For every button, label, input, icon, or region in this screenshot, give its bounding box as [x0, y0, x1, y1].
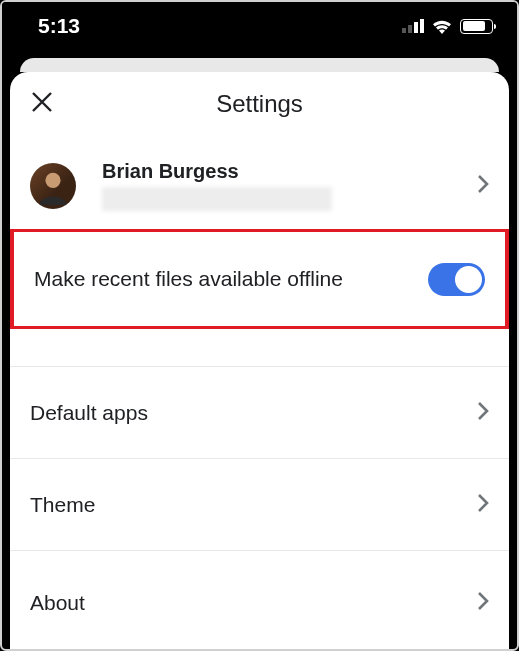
offline-row[interactable]: Make recent files available offline	[10, 229, 509, 329]
cellular-signal-icon	[402, 19, 424, 33]
status-time: 5:13	[38, 14, 80, 38]
account-email-redacted	[102, 187, 332, 211]
sheet-header: Settings	[10, 72, 509, 136]
toggle-knob	[455, 266, 482, 293]
battery-icon	[460, 19, 493, 34]
default-apps-row[interactable]: Default apps	[10, 367, 509, 459]
chevron-right-icon	[477, 493, 489, 517]
chevron-right-icon	[477, 591, 489, 615]
theme-label: Theme	[30, 493, 477, 517]
chevron-right-icon	[477, 401, 489, 425]
about-row[interactable]: About	[10, 551, 509, 621]
status-icons	[402, 18, 493, 34]
account-name: Brian Burgess	[102, 160, 477, 183]
svg-rect-1	[408, 25, 412, 33]
theme-row[interactable]: Theme	[10, 459, 509, 551]
about-label: About	[30, 591, 477, 615]
offline-label: Make recent files available offline	[34, 267, 428, 291]
offline-toggle[interactable]	[428, 263, 485, 296]
avatar	[30, 163, 76, 209]
chevron-right-icon	[477, 174, 489, 198]
account-info: Brian Burgess	[102, 160, 477, 211]
account-row[interactable]: Brian Burgess	[10, 136, 509, 230]
settings-sheet: Settings Brian Burgess Make recent files…	[10, 72, 509, 651]
svg-rect-3	[420, 19, 424, 33]
svg-rect-0	[402, 28, 406, 33]
close-icon	[31, 91, 53, 117]
default-apps-label: Default apps	[30, 401, 477, 425]
svg-rect-2	[414, 22, 418, 33]
wifi-icon	[431, 18, 453, 34]
svg-point-4	[45, 172, 60, 187]
page-title: Settings	[10, 90, 509, 118]
spacer	[10, 329, 509, 367]
status-bar: 5:13	[2, 2, 517, 58]
background-sheet	[20, 58, 499, 72]
close-button[interactable]	[28, 90, 56, 118]
